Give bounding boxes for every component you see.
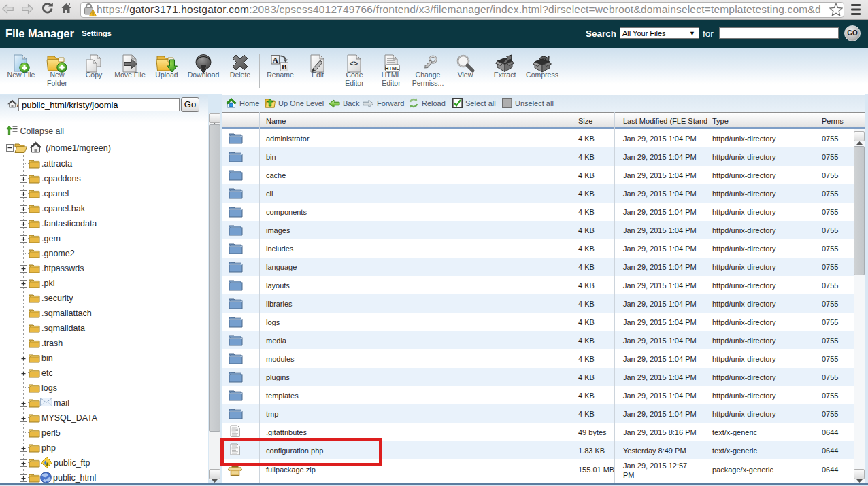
svg-text:A: A — [273, 56, 278, 64]
svg-text:<>: <> — [350, 60, 358, 68]
svg-text:B: B — [282, 63, 287, 71]
